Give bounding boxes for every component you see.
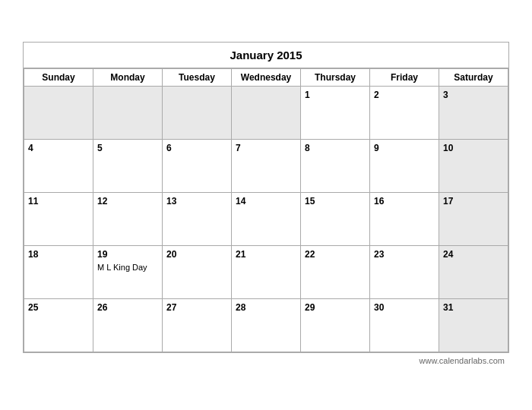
day-cell: 4	[24, 140, 93, 193]
day-number: 15	[305, 196, 366, 207]
day-cell: 8	[301, 140, 370, 193]
calendar-table: SundayMondayTuesdayWednesdayThursdayFrid…	[24, 68, 508, 352]
day-cell	[232, 87, 301, 140]
calendar-container: January 2015	[23, 42, 509, 353]
day-number: 28	[236, 302, 296, 313]
day-cell: 15	[301, 193, 370, 246]
day-cell: 1	[301, 87, 370, 140]
day-number: 21	[236, 249, 296, 260]
day-cell: 23	[370, 246, 439, 299]
week-row-3: 1819M L King Day2021222324	[24, 246, 508, 299]
day-number: 18	[28, 249, 89, 260]
day-cell: 18	[24, 246, 93, 299]
day-cell: 22	[301, 246, 370, 299]
day-number: 7	[236, 143, 296, 153]
day-cell: 21	[232, 246, 301, 299]
day-cell: 3	[439, 87, 508, 140]
day-number: 9	[374, 143, 435, 153]
day-number: 4	[28, 143, 89, 153]
day-cell	[24, 87, 93, 140]
day-cell: 29	[301, 299, 370, 352]
week-row-1: 45678910	[24, 140, 508, 193]
day-number: 12	[97, 196, 158, 207]
calendar-body: 12345678910111213141516171819M L King Da…	[24, 87, 508, 352]
day-cell	[93, 87, 163, 140]
day-cell: 31	[439, 299, 508, 352]
day-cell: 14	[232, 193, 301, 246]
day-cell	[163, 87, 232, 140]
day-number: 27	[166, 302, 227, 313]
day-number: 1	[305, 90, 366, 100]
day-number: 31	[443, 302, 504, 313]
day-number: 25	[28, 302, 89, 313]
event-label: M L King Day	[97, 263, 158, 272]
day-cell: 9	[370, 140, 439, 193]
week-row-2: 11121314151617	[24, 193, 508, 246]
day-number: 22	[305, 249, 366, 260]
day-number: 5	[97, 143, 158, 153]
footer-url: www.calendarlabs.com	[23, 353, 509, 368]
day-cell: 28	[232, 299, 301, 352]
days-header: SundayMondayTuesdayWednesdayThursdayFrid…	[24, 69, 508, 87]
week-row-0: 123	[24, 87, 508, 140]
day-number: 3	[443, 90, 504, 100]
day-number: 29	[305, 302, 366, 313]
day-cell: 5	[93, 140, 163, 193]
day-cell: 19M L King Day	[93, 246, 163, 299]
calendar-title: January 2015	[24, 43, 508, 68]
day-header-thursday: Thursday	[301, 69, 370, 87]
day-number: 24	[443, 249, 504, 260]
day-cell: 11	[24, 193, 93, 246]
day-number: 13	[166, 196, 227, 207]
day-header-monday: Monday	[93, 69, 163, 87]
day-number: 10	[443, 143, 504, 153]
day-number: 2	[374, 90, 435, 100]
day-header-wednesday: Wednesday	[232, 69, 301, 87]
day-cell: 25	[24, 299, 93, 352]
day-cell: 7	[232, 140, 301, 193]
day-number: 26	[97, 302, 158, 313]
day-cell: 12	[93, 193, 163, 246]
day-cell: 2	[370, 87, 439, 140]
day-number: 16	[374, 196, 435, 207]
day-cell: 20	[163, 246, 232, 299]
day-number: 11	[28, 196, 89, 207]
day-cell: 13	[163, 193, 232, 246]
day-cell: 17	[439, 193, 508, 246]
day-number: 20	[166, 249, 227, 260]
day-number: 17	[443, 196, 504, 207]
day-cell: 26	[93, 299, 163, 352]
week-row-4: 25262728293031	[24, 299, 508, 352]
day-header-saturday: Saturday	[439, 69, 508, 87]
day-number: 19	[97, 249, 158, 260]
day-number: 30	[374, 302, 435, 313]
day-number: 8	[305, 143, 366, 153]
day-header-sunday: Sunday	[24, 69, 93, 87]
day-cell: 16	[370, 193, 439, 246]
day-cell: 27	[163, 299, 232, 352]
day-header-tuesday: Tuesday	[163, 69, 232, 87]
day-cell: 30	[370, 299, 439, 352]
day-number: 6	[166, 143, 227, 153]
day-header-friday: Friday	[370, 69, 439, 87]
day-number: 14	[236, 196, 296, 207]
day-cell: 6	[163, 140, 232, 193]
day-cell: 10	[439, 140, 508, 193]
day-number: 23	[374, 249, 435, 260]
day-cell: 24	[439, 246, 508, 299]
